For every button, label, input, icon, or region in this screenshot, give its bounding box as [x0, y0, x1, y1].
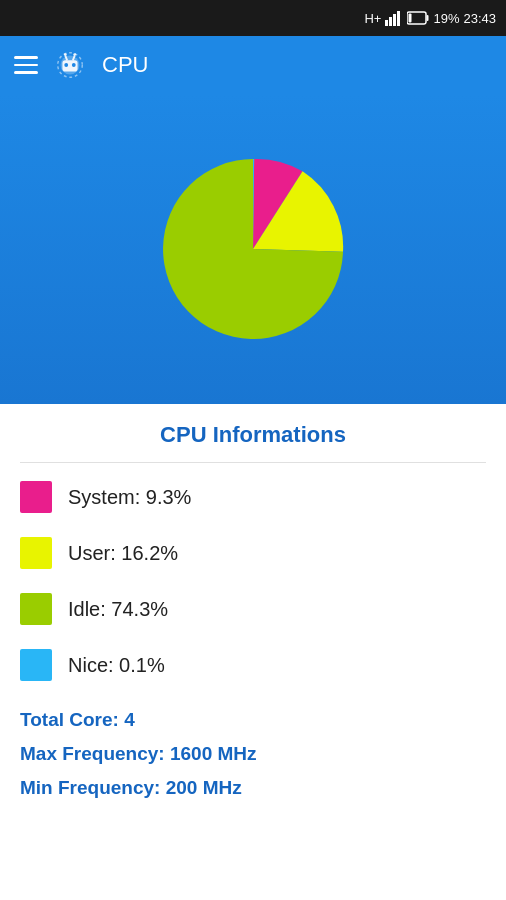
info-row-label: System: 9.3%: [68, 486, 191, 509]
battery-percent: 19%: [433, 11, 459, 26]
signal-icon: [385, 10, 403, 26]
min-frequency: Min Frequency: 200 MHz: [20, 771, 486, 805]
total-core: Total Core: 4: [20, 703, 486, 737]
time: 23:43: [463, 11, 496, 26]
svg-rect-3: [397, 11, 400, 26]
extra-info: Total Core: 4 Max Frequency: 1600 MHz Mi…: [20, 693, 486, 805]
color-swatch: [20, 537, 52, 569]
info-row: Nice: 0.1%: [20, 637, 486, 693]
info-row-label: Idle: 74.3%: [68, 598, 168, 621]
svg-point-9: [64, 63, 68, 67]
chart-area: [0, 94, 506, 404]
info-title: CPU Informations: [20, 404, 486, 463]
info-row: User: 16.2%: [20, 525, 486, 581]
svg-rect-0: [385, 20, 388, 26]
info-row: Idle: 74.3%: [20, 581, 486, 637]
network-type: H+: [364, 11, 381, 26]
toolbar-title: CPU: [102, 52, 148, 78]
svg-rect-5: [427, 15, 429, 21]
svg-rect-2: [393, 14, 396, 26]
info-section: CPU Informations System: 9.3%User: 16.2%…: [0, 404, 506, 825]
status-icons: H+ 19% 23:43: [364, 10, 496, 26]
menu-button[interactable]: [14, 56, 38, 74]
battery-icon: [407, 11, 429, 25]
color-swatch: [20, 593, 52, 625]
status-bar: H+ 19% 23:43: [0, 0, 506, 36]
pie-chart: [153, 149, 353, 349]
info-row: System: 9.3%: [20, 469, 486, 525]
svg-point-10: [72, 63, 76, 67]
color-swatch: [20, 649, 52, 681]
info-row-label: User: 16.2%: [68, 542, 178, 565]
app-icon: [52, 47, 88, 83]
svg-rect-6: [409, 14, 412, 23]
info-row-label: Nice: 0.1%: [68, 654, 165, 677]
robot-icon: [53, 48, 87, 82]
color-swatch: [20, 481, 52, 513]
max-frequency: Max Frequency: 1600 MHz: [20, 737, 486, 771]
toolbar: CPU: [0, 36, 506, 94]
svg-rect-1: [389, 17, 392, 26]
